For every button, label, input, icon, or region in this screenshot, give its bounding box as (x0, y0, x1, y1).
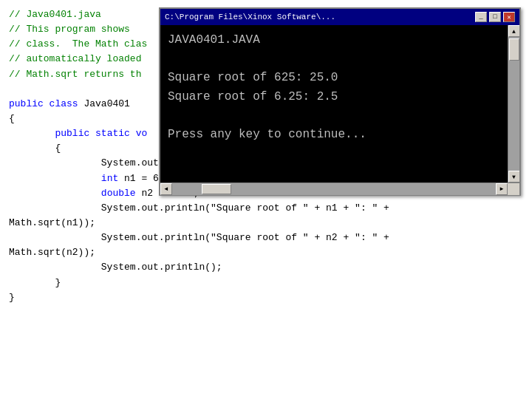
code-line-16: System.out.println("Square root of " + n… (9, 231, 523, 245)
console-window-buttons: _ □ ✕ (475, 12, 515, 22)
code-line-19: } (9, 276, 523, 290)
console-title: C:\Program Files\Xinox Software\... (165, 13, 475, 21)
hscroll-corner (508, 183, 519, 195)
close-button[interactable]: ✕ (503, 12, 515, 22)
restore-button[interactable]: □ (489, 12, 501, 22)
hscroll-left-button[interactable]: ◄ (160, 183, 172, 195)
minimize-button[interactable]: _ (475, 12, 487, 22)
hscroll-thumb[interactable] (202, 184, 231, 194)
code-line-15: Math.sqrt(n1)); (9, 216, 523, 231)
hscroll-track[interactable] (172, 183, 496, 195)
console-output-line2 (168, 50, 500, 69)
code-line-14: System.out.println("Square root of " + n… (9, 201, 523, 216)
console-content-wrapper: JAVA0401.JAVA Square root of 625: 25.0 S… (160, 25, 519, 183)
code-line-18: System.out.println(); (9, 260, 523, 275)
console-window: C:\Program Files\Xinox Software\... _ □ … (159, 7, 521, 196)
console-horizontal-scrollbar[interactable]: ◄ ► (160, 183, 519, 194)
console-titlebar: C:\Program Files\Xinox Software\... _ □ … (160, 9, 519, 25)
code-line-17: Math.sqrt(n2)); (9, 245, 523, 260)
console-screen: JAVA0401.JAVA Square root of 625: 25.0 S… (160, 25, 508, 183)
hscroll-right-button[interactable]: ► (496, 183, 508, 195)
console-output-line1: JAVA0401.JAVA (168, 31, 500, 50)
scrollbar-track[interactable] (508, 37, 520, 171)
console-vertical-scrollbar[interactable]: ▲ ▼ (508, 25, 519, 183)
scroll-up-button[interactable]: ▲ (508, 25, 520, 37)
scrollbar-thumb[interactable] (509, 38, 519, 61)
code-line-20: } (9, 290, 523, 305)
console-output-line4: Square root of 6.25: 2.5 (168, 88, 500, 107)
scroll-down-button[interactable]: ▼ (508, 171, 520, 183)
console-output-line6: Press any key to continue... (168, 126, 500, 145)
console-output-line5 (168, 106, 500, 126)
console-output-line3: Square root of 625: 25.0 (168, 69, 500, 88)
